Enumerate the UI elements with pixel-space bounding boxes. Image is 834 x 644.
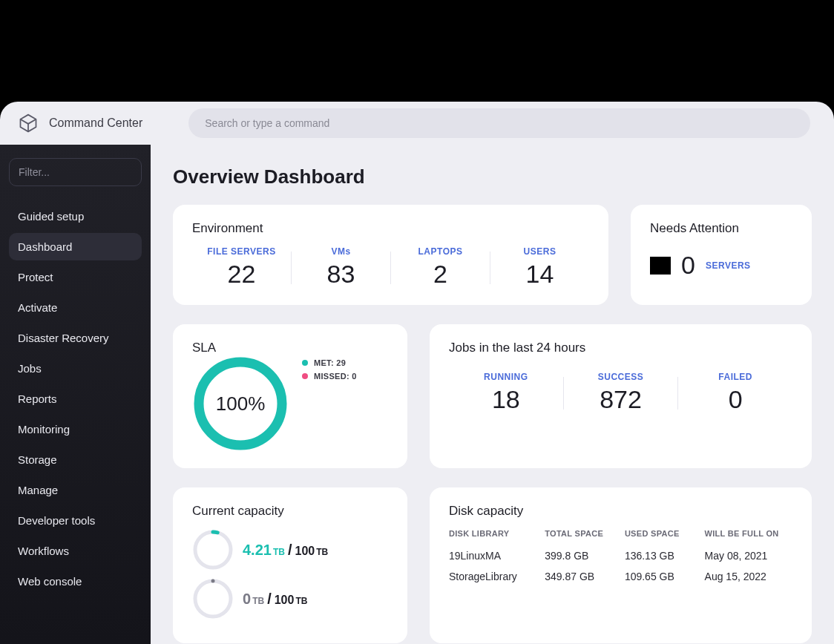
env-stat[interactable]: LAPTOPS2 [391, 246, 490, 289]
cell-full: Aug 15, 2022 [705, 571, 792, 582]
sidebar-item-reports[interactable]: Reports [9, 385, 142, 413]
env-stat-value: 2 [391, 260, 490, 289]
cell-total: 349.87 GB [545, 571, 625, 582]
search-input[interactable] [188, 108, 810, 138]
capacity-ring-icon [192, 529, 234, 571]
needs-body: 0 SERVERS [650, 246, 792, 280]
env-stat[interactable]: FILE SERVERS22 [192, 246, 291, 289]
topbar: Command Center [0, 102, 834, 145]
cell-used: 109.65 GB [625, 571, 705, 582]
sla-card: SLA 100% MET: 29 [173, 324, 407, 468]
capacity-title: Current capacity [192, 504, 388, 519]
sidebar: Guided setupDashboardProtectActivateDisa… [0, 145, 151, 644]
cell-used: 136.13 GB [625, 550, 705, 562]
jobs-stat-value: 0 [678, 385, 792, 414]
page-title: Overview Dashboard [173, 165, 812, 188]
capacity-card: Current capacity 4.21 TB/100TB0 TB/100TB [173, 487, 407, 643]
sidebar-item-dashboard[interactable]: Dashboard [9, 233, 142, 260]
legend-missed: MISSED: 0 [302, 372, 357, 381]
jobs-title: Jobs in the last 24 hours [449, 341, 792, 355]
jobs-stat[interactable]: FAILED0 [678, 372, 792, 414]
col-full: WILL BE FULL ON [705, 529, 792, 538]
row-2: SLA 100% MET: 29 [173, 324, 812, 468]
capacity-rows: 4.21 TB/100TB0 TB/100TB [192, 529, 388, 620]
env-stat-label: USERS [490, 246, 589, 257]
sidebar-item-storage[interactable]: Storage [9, 446, 142, 473]
needs-attention-card: Needs Attention 0 SERVERS [631, 205, 812, 305]
cell-total: 399.8 GB [545, 550, 625, 562]
needs-value: 0 [681, 251, 695, 280]
jobs-stats: RUNNING18SUCCESS872FAILED0 [449, 366, 792, 414]
sla-title: SLA [192, 341, 216, 355]
env-stat-value: 83 [292, 260, 390, 289]
sidebar-item-manage[interactable]: Manage [9, 476, 142, 504]
jobs-stat[interactable]: SUCCESS872 [564, 372, 678, 414]
needs-label: SERVERS [706, 260, 751, 271]
env-stat-label: VMs [292, 246, 390, 257]
capacity-row: 0 TB/100TB [192, 578, 388, 620]
sla-donut-chart: 100% [192, 355, 289, 452]
app-window: Command Center Guided setupDashboardProt… [0, 102, 834, 644]
env-stat-label: FILE SERVERS [192, 246, 291, 257]
sla-body: 100% MET: 29 MISSED: 0 [192, 355, 388, 452]
table-row[interactable]: StorageLibrary349.87 GB109.65 GBAug 15, … [449, 566, 792, 587]
legend-missed-text: MISSED: 0 [314, 372, 357, 381]
sidebar-item-disaster-recovery[interactable]: Disaster Recovery [9, 324, 142, 352]
svg-point-3 [195, 581, 231, 617]
cell-full: May 08, 2021 [705, 550, 792, 562]
dot-icon [302, 360, 308, 366]
sla-legend: MET: 29 MISSED: 0 [302, 358, 357, 381]
cell-library: StorageLibrary [449, 571, 545, 582]
nav-list: Guided setupDashboardProtectActivateDisa… [9, 203, 142, 595]
jobs-card: Jobs in the last 24 hours RUNNING18SUCCE… [430, 324, 812, 468]
sidebar-item-jobs[interactable]: Jobs [9, 355, 142, 382]
legend-met-text: MET: 29 [314, 358, 346, 367]
jobs-stat-value: 18 [449, 385, 563, 414]
sidebar-item-workflows[interactable]: Workflows [9, 537, 142, 565]
sidebar-item-protect[interactable]: Protect [9, 263, 142, 291]
sidebar-item-activate[interactable]: Activate [9, 294, 142, 321]
jobs-stat-label: RUNNING [449, 372, 563, 382]
brand-text: Command Center [49, 116, 142, 130]
jobs-stat[interactable]: RUNNING18 [449, 372, 563, 414]
sidebar-item-guided-setup[interactable]: Guided setup [9, 203, 142, 230]
row-1: Environment FILE SERVERS22VMs83LAPTOPS2U… [173, 205, 812, 305]
capacity-row: 4.21 TB/100TB [192, 529, 388, 571]
disk-table: DISK LIBRARY TOTAL SPACE USED SPACE WILL… [449, 529, 792, 587]
sidebar-item-developer-tools[interactable]: Developer tools [9, 507, 142, 534]
environment-card: Environment FILE SERVERS22VMs83LAPTOPS2U… [173, 205, 608, 305]
env-stat-label: LAPTOPS [391, 246, 490, 257]
cell-library: 19LinuxMA [449, 550, 545, 562]
jobs-stat-value: 872 [564, 385, 678, 414]
col-total: TOTAL SPACE [545, 529, 625, 538]
col-library: DISK LIBRARY [449, 529, 545, 538]
legend-met: MET: 29 [302, 358, 357, 367]
env-stat-value: 22 [192, 260, 291, 289]
capacity-text: 0 TB/100TB [243, 591, 307, 608]
env-stat[interactable]: USERS14 [490, 246, 589, 289]
environment-stats: FILE SERVERS22VMs83LAPTOPS2USERS14 [192, 246, 589, 289]
disk-card: Disk capacity DISK LIBRARY TOTAL SPACE U… [430, 487, 812, 643]
sidebar-item-web-console[interactable]: Web console [9, 568, 142, 595]
sidebar-filter-input[interactable] [9, 158, 142, 186]
disk-rows: 19LinuxMA399.8 GB136.13 GBMay 08, 2021St… [449, 545, 792, 587]
main-content: Overview Dashboard Environment FILE SERV… [151, 145, 834, 644]
capacity-text: 4.21 TB/100TB [243, 542, 328, 559]
disk-table-head: DISK LIBRARY TOTAL SPACE USED SPACE WILL… [449, 529, 792, 545]
needs-title: Needs Attention [650, 221, 792, 236]
cube-logo-icon [18, 113, 39, 134]
disk-title: Disk capacity [449, 504, 792, 519]
search-wrap [188, 108, 810, 138]
table-row[interactable]: 19LinuxMA399.8 GB136.13 GBMay 08, 2021 [449, 545, 792, 566]
env-stat[interactable]: VMs83 [292, 246, 390, 289]
status-indicator-icon [650, 257, 671, 275]
dot-icon [302, 373, 308, 379]
body-area: Guided setupDashboardProtectActivateDisa… [0, 145, 834, 644]
env-stat-value: 14 [490, 260, 589, 289]
jobs-stat-label: SUCCESS [564, 372, 678, 382]
environment-title: Environment [192, 221, 589, 236]
svg-point-1 [195, 532, 231, 568]
capacity-ring-icon [192, 578, 234, 620]
jobs-stat-label: FAILED [678, 372, 792, 382]
sidebar-item-monitoring[interactable]: Monitoring [9, 415, 142, 443]
